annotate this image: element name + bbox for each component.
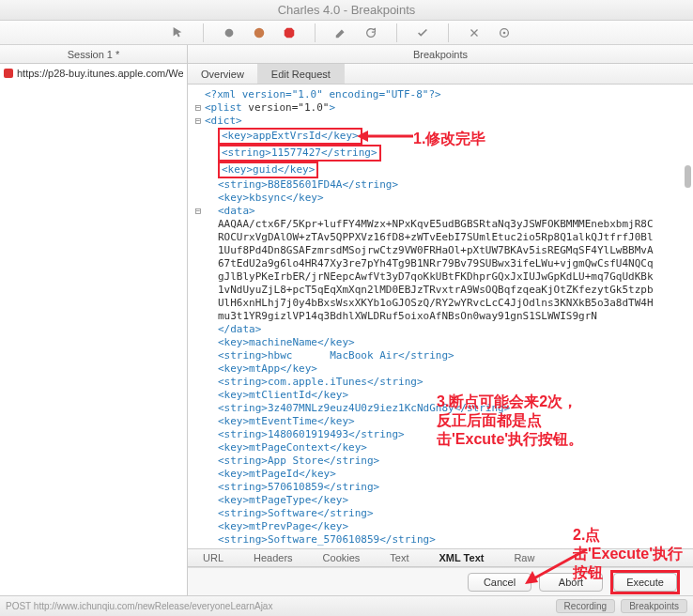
execute-button[interactable]: Execute [613, 573, 677, 592]
svg-point-3 [503, 31, 506, 34]
fold-icon[interactable]: ⊟ [192, 101, 205, 115]
subtab-xml-text[interactable]: XML Text [424, 548, 500, 567]
settings-icon[interactable] [496, 24, 513, 41]
refresh-icon[interactable] [362, 24, 379, 41]
columns-header: Session 1 * Breakpoints [0, 45, 693, 64]
pause-icon[interactable] [251, 24, 268, 41]
annotation-box-1: <key>appExtVrsId</key> [218, 128, 362, 145]
check-icon[interactable] [414, 24, 431, 41]
svg-point-0 [225, 28, 234, 37]
sidebar: https://p28-buy.itunes.apple.com/WebO [0, 64, 188, 595]
annotation-box-1c: <key>guid</key> [218, 162, 318, 178]
edit-icon[interactable] [332, 24, 349, 41]
record-icon[interactable] [221, 24, 238, 41]
cursor-icon[interactable] [169, 24, 186, 41]
body-format-tabs: URL Headers Cookies Text XML Text Raw [188, 548, 693, 567]
tools-icon[interactable] [466, 24, 483, 41]
annotation-box-execute: Execute [610, 570, 680, 594]
session-column-header[interactable]: Session 1 * [0, 45, 188, 63]
abort-button[interactable]: Abort [539, 573, 603, 592]
status-bar: POST http://www.ichunqiu.com/newRelease/… [0, 595, 693, 616]
fold-icon[interactable]: ⊟ [192, 115, 205, 128]
toolbar [0, 21, 693, 45]
annotation-box-1b: <string>11577427</string> [218, 145, 381, 162]
subtab-text[interactable]: Text [375, 548, 424, 567]
breakpoints-column-header[interactable]: Breakpoints [188, 45, 693, 63]
breakpoint-url: https://p28-buy.itunes.apple.com/WebO [17, 68, 183, 79]
svg-point-1 [254, 27, 265, 38]
status-breakpoints[interactable]: Breakpoints [621, 599, 687, 613]
window-titlebar: Charles 4.0 - Breakpoints [0, 0, 693, 21]
subtab-cookies[interactable]: Cookies [308, 548, 376, 567]
window-title: Charles 4.0 - Breakpoints [278, 3, 416, 17]
breakpoint-icon [4, 69, 13, 78]
tab-overview[interactable]: Overview [188, 64, 258, 84]
fold-icon[interactable]: ⊟ [192, 205, 205, 218]
status-recording[interactable]: Recording [556, 599, 616, 613]
subtab-headers[interactable]: Headers [239, 548, 308, 567]
breakpoint-request-row[interactable]: https://p28-buy.itunes.apple.com/WebO [4, 68, 183, 79]
scrollbar-thumb[interactable] [685, 165, 691, 188]
subtab-url[interactable]: URL [188, 548, 239, 567]
status-text: POST http://www.ichunqiu.com/newRelease/… [6, 601, 272, 611]
cancel-button[interactable]: Cancel [468, 573, 531, 592]
content-pane: Overview Edit Request .<?xml version="1.… [188, 64, 693, 595]
action-bar: Cancel Abort Execute [188, 567, 693, 595]
xml-editor[interactable]: .<?xml version="1.0" encoding="UTF-8"?> … [188, 85, 693, 548]
stop-icon[interactable] [281, 24, 298, 41]
tab-edit-request[interactable]: Edit Request [258, 64, 345, 84]
subtab-raw[interactable]: Raw [499, 548, 549, 567]
request-tabs: Overview Edit Request [188, 64, 693, 85]
